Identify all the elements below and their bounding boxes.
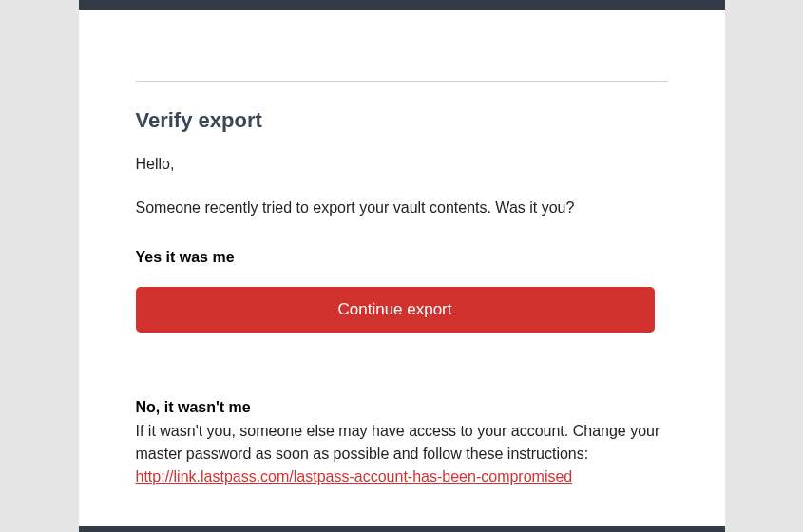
help-link[interactable]: http://link.lastpass.com/lastpass-accoun… [136, 468, 573, 484]
top-bar [79, 0, 725, 10]
email-title: Verify export [136, 108, 668, 133]
deny-text: If it wasn't you, someone else may have … [136, 420, 668, 488]
bottom-bar [79, 526, 725, 532]
greeting-text: Hello, [136, 156, 668, 173]
continue-export-button[interactable]: Continue export [136, 287, 655, 332]
email-content: Verify export Hello, Someone recently tr… [79, 10, 725, 488]
divider [136, 81, 668, 82]
email-container: Verify export Hello, Someone recently tr… [79, 0, 725, 532]
confirm-label: Yes it was me [136, 249, 668, 266]
deny-text-content: If it wasn't you, someone else may have … [136, 423, 660, 462]
deny-label: No, it wasn't me [136, 399, 668, 416]
spacer [136, 332, 668, 399]
description-text: Someone recently tried to export your va… [136, 200, 668, 217]
